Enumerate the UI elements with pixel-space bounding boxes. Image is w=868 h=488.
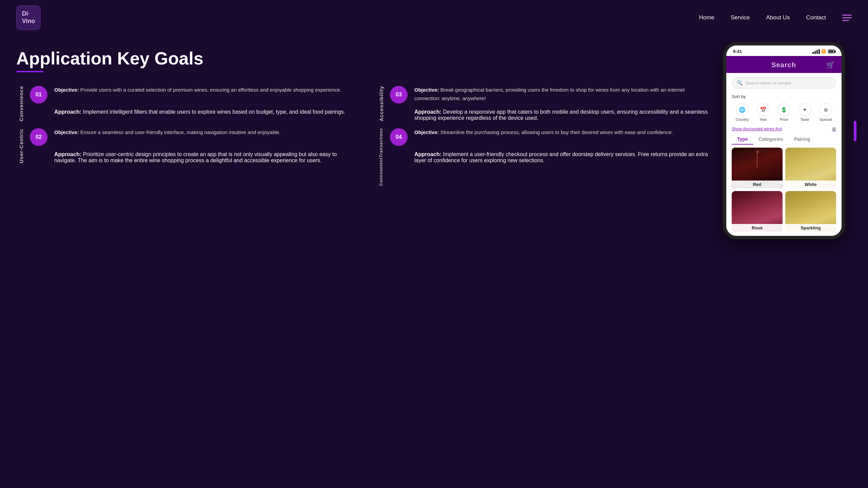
wine-card-white[interactable]: White xyxy=(785,148,836,188)
show-discounted-label: Show discounted wines first xyxy=(732,127,782,131)
goal-2-approach: Approach: Prioritize user-centric design… xyxy=(54,151,349,164)
sort-special[interactable]: ⊕ Special xyxy=(819,103,832,121)
wine-tabs: Type Categories Pairing xyxy=(726,134,842,145)
phone-mockup: 9:41 🛜 S xyxy=(723,42,852,239)
sort-taste[interactable]: ✦ Taste xyxy=(798,103,811,121)
tab-type[interactable]: Type xyxy=(732,134,753,145)
search-placeholder-text: Search wines or people xyxy=(745,80,791,86)
phone-screen: Search 🛒 🔍 Search wines or people Sort b… xyxy=(726,56,842,236)
goal-item-3: Accessibility 03 Objective: Break geogra… xyxy=(376,86,709,121)
goal-item-2: User-Centric 02 Objective: Ensure a seam… xyxy=(16,128,349,164)
toggle-icon: ⊞ xyxy=(832,126,836,132)
nav-home[interactable]: Home xyxy=(699,14,714,21)
tab-categories[interactable]: Categories xyxy=(753,134,789,145)
goals-grid: Convenience 01 Objective: Provide users … xyxy=(16,86,709,192)
signal-bar-4 xyxy=(818,49,820,54)
sort-icons-row: 🌐 Country 📅 Year 💲 Price ✦ Taste xyxy=(726,100,842,126)
wine-red-label: Red xyxy=(732,181,783,188)
logo[interactable]: Di· Vino xyxy=(16,5,41,30)
signal-bar-1 xyxy=(812,52,814,54)
wine-grid: Red White Rosé Sparkling xyxy=(726,148,842,236)
hamburger-menu[interactable] xyxy=(842,15,852,21)
goal-3-label: Accessibility xyxy=(376,86,386,121)
cart-icon[interactable]: 🛒 xyxy=(826,61,835,69)
sort-country-label: Country xyxy=(736,117,749,121)
sort-price-label: Price xyxy=(780,117,788,121)
phone-header: Search 🛒 xyxy=(726,56,842,73)
sort-taste-label: Taste xyxy=(801,117,809,121)
goal-2-number: 02 xyxy=(30,128,47,146)
wine-card-rose[interactable]: Rosé xyxy=(732,191,783,232)
page-title: Application Key Goals xyxy=(16,49,709,68)
wine-card-red[interactable]: Red xyxy=(732,148,783,188)
goal-item-4: Connvenient Transactions 04 Objective: S… xyxy=(376,128,709,186)
battery-icon xyxy=(828,50,835,53)
wine-white-label: White xyxy=(785,181,836,188)
main-content: Application Key Goals Convenience 01 Obj… xyxy=(0,35,868,239)
goal-2-objective: Objective: Ensure a seamless and user-fr… xyxy=(54,128,349,137)
wine-card-sparkling[interactable]: Sparkling xyxy=(785,191,836,232)
nav-contact[interactable]: Contact xyxy=(806,14,826,21)
tab-pairing[interactable]: Pairing xyxy=(789,134,815,145)
sort-year[interactable]: 📅 Year xyxy=(757,103,770,121)
goal-4-label: Connvenient Transactions xyxy=(376,128,386,186)
goal-item-1: Convenience 01 Objective: Provide users … xyxy=(16,86,349,121)
search-icon: 🔍 xyxy=(737,80,743,86)
special-icon: ⊕ xyxy=(819,103,832,116)
taste-icon: ✦ xyxy=(798,103,811,116)
status-icons: 🛜 xyxy=(812,49,835,54)
phone-search-bar[interactable]: 🔍 Search wines or people xyxy=(732,77,836,89)
wine-sparkling-label: Sparkling xyxy=(785,224,836,232)
goal-2-label: User-Centric xyxy=(16,128,26,164)
country-icon: 🌐 xyxy=(736,103,749,116)
sort-price[interactable]: 💲 Price xyxy=(777,103,790,121)
content-area: Application Key Goals Convenience 01 Obj… xyxy=(16,49,709,239)
phone-time: 9:41 xyxy=(733,49,742,54)
sort-country[interactable]: 🌐 Country xyxy=(736,103,749,121)
nav-about[interactable]: About Us xyxy=(766,14,790,21)
goal-4-approach: Approach: Implement a user-friendly chec… xyxy=(414,151,709,164)
goals-column-left: Convenience 01 Objective: Provide users … xyxy=(16,86,349,192)
nav-links: Home Service About Us Contact xyxy=(699,14,826,21)
goal-4-number: 04 xyxy=(390,128,408,146)
goal-1-number: 01 xyxy=(30,86,47,104)
wifi-icon: 🛜 xyxy=(821,49,826,54)
navbar: Di· Vino Home Service About Us Contact xyxy=(0,0,868,35)
phone-status-bar: 9:41 🛜 xyxy=(726,45,842,56)
nav-service[interactable]: Service xyxy=(731,14,750,21)
signal-bar-2 xyxy=(814,51,816,54)
phone-frame: 9:41 🛜 S xyxy=(723,42,845,239)
show-discounted-row[interactable]: Show discounted wines first ⊞ xyxy=(726,126,842,134)
sort-year-label: Year xyxy=(760,117,767,121)
title-underline xyxy=(16,71,43,72)
sort-special-label: Special xyxy=(820,117,832,121)
goal-1-objective: Objective: Provide users with a curated … xyxy=(54,86,349,94)
phone-screen-title: Search xyxy=(741,61,826,69)
goal-3-number: 03 xyxy=(390,86,408,104)
signal-bar-3 xyxy=(816,50,818,54)
goal-1-label: Convenience xyxy=(16,86,26,121)
goal-3-objective: Objective: Break geographical barriers, … xyxy=(414,86,709,103)
year-icon: 📅 xyxy=(757,103,770,116)
sort-by-label: Sort by xyxy=(726,93,842,100)
goals-column-right: Accessibility 03 Objective: Break geogra… xyxy=(376,86,709,192)
price-icon: 💲 xyxy=(777,103,790,116)
wine-rose-label: Rosé xyxy=(732,224,783,232)
goal-4-objective: Objective: Streamline the purchasing pro… xyxy=(414,128,709,137)
logo-text: Di· Vino xyxy=(22,10,35,25)
scroll-indicator[interactable] xyxy=(854,121,856,141)
goal-1-approach: Approach: Implement intelligent filters … xyxy=(54,109,349,115)
goal-3-approach: Approach: Develop a responsive app that … xyxy=(414,109,709,121)
